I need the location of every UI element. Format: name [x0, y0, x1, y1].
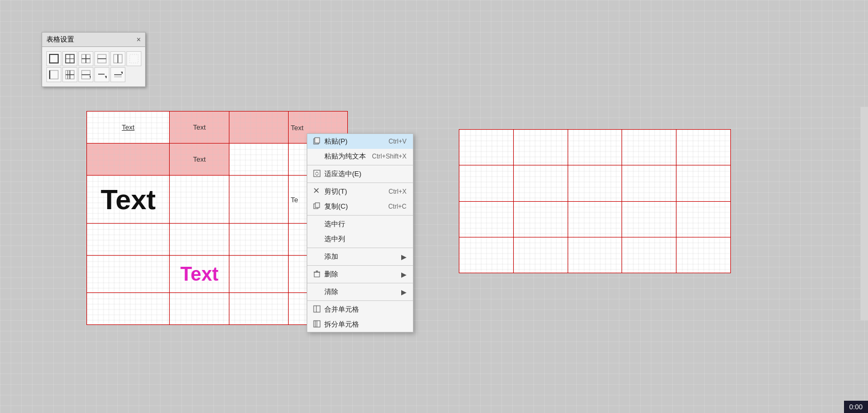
- context-menu-item-paste-plain[interactable]: 粘贴为纯文本Ctrl+Shift+X: [307, 149, 413, 164]
- menu-item-shortcut-paste-plain: Ctrl+Shift+X: [372, 153, 407, 160]
- table-cell[interactable]: [229, 224, 288, 256]
- table-cell[interactable]: Text: [170, 112, 229, 144]
- split-cells-icon: [313, 320, 321, 329]
- scrollbar[interactable]: [861, 107, 868, 320]
- svg-rect-27: [315, 138, 320, 143]
- table-cell[interactable]: [87, 256, 170, 293]
- table-cell[interactable]: Text: [87, 176, 170, 224]
- table-cell[interactable]: [229, 144, 288, 176]
- context-menu-item-add[interactable]: 添加▶: [307, 249, 413, 264]
- cell-text: Text: [291, 124, 304, 132]
- context-menu-item-fit-selection[interactable]: 适应选中(E): [307, 166, 413, 181]
- submenu-arrow-clear: ▶: [401, 288, 407, 296]
- border-all-icon[interactable]: [62, 51, 77, 66]
- border-inner-icon[interactable]: [78, 51, 93, 66]
- menu-item-shortcut-cut: Ctrl+X: [388, 188, 407, 195]
- table-cell[interactable]: [513, 201, 568, 237]
- context-menu-item-select-col[interactable]: 选中列: [307, 232, 413, 247]
- border-outer-icon[interactable]: [46, 51, 61, 66]
- table-row: [459, 130, 731, 165]
- border-style-icon[interactable]: ▼: [78, 67, 93, 82]
- table-cell[interactable]: [622, 237, 676, 273]
- context-menu-item-delete[interactable]: 删除▶: [307, 267, 413, 282]
- border-pattern-icon[interactable]: ▼: [110, 67, 125, 82]
- panel-title-bar: 表格设置 ×: [42, 33, 145, 47]
- context-menu-item-select-row[interactable]: 选中行: [307, 217, 413, 232]
- border-none-icon[interactable]: [126, 51, 141, 66]
- table-cell[interactable]: [568, 165, 622, 201]
- border-width-icon[interactable]: ▼: [94, 67, 109, 82]
- menu-item-label-fit-selection: 适应选中(E): [324, 169, 361, 179]
- border-h-icon[interactable]: [94, 51, 109, 66]
- table-cell[interactable]: [459, 165, 514, 201]
- cell-text: Text: [193, 123, 206, 131]
- menu-divider: [307, 215, 413, 216]
- menu-item-shortcut-paste: Ctrl+V: [388, 138, 407, 145]
- cell-text: Te: [291, 196, 298, 204]
- menu-item-label-split-cells: 拆分单元格: [324, 320, 359, 329]
- table-row: [459, 237, 731, 273]
- table-cell[interactable]: Text: [87, 112, 170, 144]
- right-table[interactable]: [459, 129, 731, 273]
- cell-text-pink: Text: [180, 263, 218, 285]
- table-cell[interactable]: [513, 237, 568, 273]
- paste-icon: [313, 137, 321, 146]
- context-menu-item-copy[interactable]: 复制(C)Ctrl+C: [307, 199, 413, 214]
- table-cell[interactable]: [229, 176, 288, 224]
- table-cell[interactable]: [622, 130, 676, 165]
- table-cell[interactable]: [170, 224, 229, 256]
- svg-rect-12: [50, 70, 58, 79]
- table-cell[interactable]: [513, 130, 568, 165]
- table-cell[interactable]: Text: [170, 256, 229, 293]
- table-cell[interactable]: [676, 130, 731, 165]
- table-cell[interactable]: [513, 165, 568, 201]
- submenu-arrow-add: ▶: [401, 253, 407, 261]
- context-menu-item-cut[interactable]: 剪切(T)Ctrl+X: [307, 184, 413, 199]
- copy-icon: [313, 202, 321, 211]
- table-cell[interactable]: [622, 201, 676, 237]
- menu-item-label-copy: 复制(C): [324, 202, 348, 211]
- context-menu-item-merge-cells[interactable]: 合并单元格: [307, 302, 413, 317]
- submenu-arrow-delete: ▶: [401, 271, 407, 279]
- table-cell[interactable]: [229, 293, 288, 325]
- table-cell[interactable]: [622, 165, 676, 201]
- menu-item-label-clear: 清除: [324, 287, 338, 297]
- border-right-icon[interactable]: [62, 67, 77, 82]
- table-cell[interactable]: [170, 293, 229, 325]
- context-menu: 粘贴(P)Ctrl+V粘贴为纯文本Ctrl+Shift+X适应选中(E)剪切(T…: [307, 133, 413, 332]
- svg-rect-33: [314, 272, 320, 277]
- table-cell[interactable]: [676, 237, 731, 273]
- context-menu-item-split-cells[interactable]: 拆分单元格: [307, 317, 413, 332]
- delete-icon: [313, 270, 321, 279]
- menu-item-label-select-row: 选中行: [324, 219, 345, 229]
- menu-divider: [307, 265, 413, 266]
- table-cell[interactable]: [568, 237, 622, 273]
- menu-divider: [307, 182, 413, 183]
- table-cell[interactable]: Text: [170, 144, 229, 176]
- table-cell[interactable]: [170, 176, 229, 224]
- table-cell[interactable]: [87, 224, 170, 256]
- table-cell[interactable]: [676, 165, 731, 201]
- context-menu-item-clear[interactable]: 清除▶: [307, 284, 413, 299]
- menu-divider: [307, 300, 413, 301]
- fit-selection-icon: [313, 170, 321, 179]
- table-cell[interactable]: [568, 130, 622, 165]
- table-cell[interactable]: [459, 130, 514, 165]
- panel-close-button[interactable]: ×: [137, 36, 141, 43]
- menu-divider: [307, 248, 413, 248]
- border-v-icon[interactable]: [110, 51, 125, 66]
- menu-item-label-cut: 剪切(T): [324, 187, 347, 196]
- menu-item-label-add: 添加: [324, 252, 338, 261]
- table-cell[interactable]: [459, 201, 514, 237]
- svg-text:▼: ▼: [89, 75, 91, 80]
- table-cell[interactable]: [229, 256, 288, 293]
- table-cell[interactable]: [459, 237, 514, 273]
- svg-text:▼: ▼: [104, 75, 107, 80]
- border-left-icon[interactable]: [46, 67, 61, 82]
- table-cell[interactable]: [87, 293, 170, 325]
- context-menu-item-paste[interactable]: 粘贴(P)Ctrl+V: [307, 134, 413, 149]
- table-cell[interactable]: [568, 201, 622, 237]
- table-cell[interactable]: [87, 144, 170, 176]
- table-cell[interactable]: [229, 112, 288, 144]
- table-cell[interactable]: [676, 201, 731, 237]
